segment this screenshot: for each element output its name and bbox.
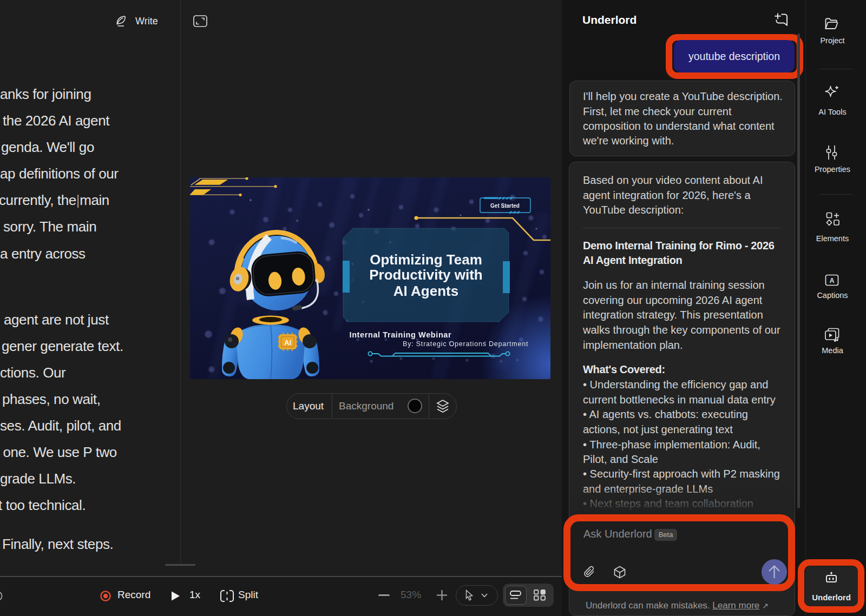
svg-text:Internal Training Webinar: Internal Training Webinar xyxy=(350,330,452,339)
svg-text:AI Agents: AI Agents xyxy=(393,283,458,299)
svg-text:AI: AI xyxy=(284,339,291,347)
svg-text:By: Strategic Operations Depar: By: Strategic Operations Department xyxy=(403,340,528,348)
svg-text:Get Started: Get Started xyxy=(490,203,520,209)
svg-text:Productivity with: Productivity with xyxy=(369,267,482,283)
svg-text:Optimizing Team: Optimizing Team xyxy=(370,251,482,268)
svg-text:A: A xyxy=(830,277,835,284)
